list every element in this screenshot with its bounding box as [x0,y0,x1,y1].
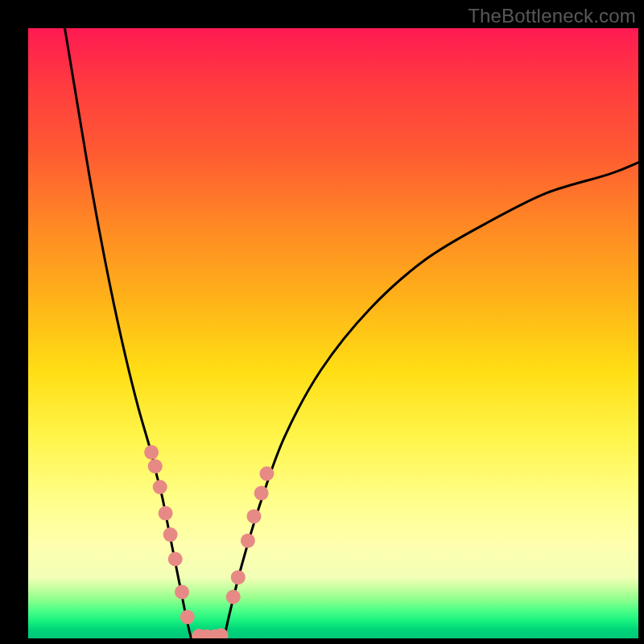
watermark-text: TheBottleneck.com [468,5,636,27]
data-dot [144,445,159,460]
data-dot [168,552,183,567]
data-dot [226,590,241,605]
data-dot [175,584,189,599]
data-dot [254,486,269,501]
plot-area [28,28,638,638]
data-dot [153,480,167,494]
data-dot [231,570,246,584]
curve-left [65,28,192,638]
data-dot [241,534,255,548]
data-dot [163,527,178,542]
data-dot [159,506,173,521]
chart-frame: TheBottleneck.com [0,0,644,644]
data-dot [259,466,274,481]
data-dot [247,509,262,523]
chart-svg [28,28,638,638]
curve-right [224,163,638,638]
data-dot [148,459,163,473]
data-dot [180,610,195,625]
